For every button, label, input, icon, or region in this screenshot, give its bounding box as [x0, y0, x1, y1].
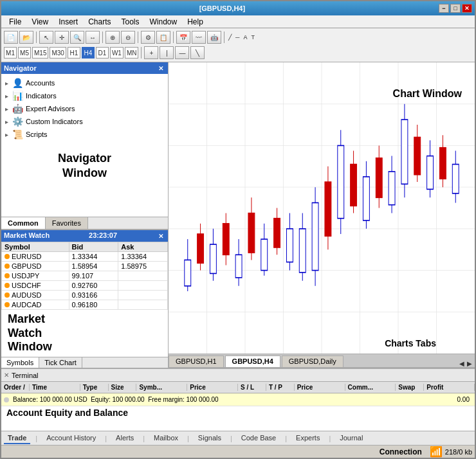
- mw-tab-tick-chart[interactable]: Tick Chart: [39, 357, 82, 368]
- tf-d1[interactable]: D1: [96, 47, 109, 59]
- template-button[interactable]: 📋: [156, 31, 170, 44]
- tf-m30[interactable]: M30: [50, 47, 66, 59]
- term-tab-account-history[interactable]: Account History: [42, 433, 100, 444]
- crosshair-btn[interactable]: +: [144, 46, 158, 59]
- diag-btn[interactable]: ╲: [190, 46, 205, 59]
- menu-tools[interactable]: Tools: [116, 16, 145, 28]
- symbol-usdchf: USDCHF: [12, 282, 41, 289]
- tf-mn[interactable]: MN: [125, 47, 139, 59]
- crosshair-tool[interactable]: ✛: [55, 31, 69, 44]
- ask-usdchf: [118, 281, 168, 291]
- svg-rect-35: [312, 203, 318, 270]
- tab-next-arrow[interactable]: ▶: [466, 360, 473, 367]
- term-tab-signals[interactable]: Signals: [194, 433, 225, 444]
- col-symbol: Symbol: [2, 242, 69, 252]
- mw-row-usdchf[interactable]: USDCHF 0.92760: [2, 281, 168, 291]
- tf-h1[interactable]: H1: [68, 47, 80, 59]
- properties-button[interactable]: ⚙: [141, 31, 155, 44]
- maximize-button[interactable]: □: [450, 4, 461, 13]
- bid-usdjpy: 99.107: [69, 271, 118, 281]
- col-tp: T / P: [266, 384, 295, 391]
- tf-m1[interactable]: M1: [4, 47, 17, 59]
- vline-btn[interactable]: |: [160, 46, 174, 59]
- svg-rect-17: [197, 234, 204, 263]
- mw-row-usdjpy[interactable]: USDJPY 99.107: [2, 271, 168, 281]
- term-tab-alerts[interactable]: Alerts: [112, 433, 138, 444]
- menu-charts[interactable]: Charts: [83, 16, 116, 28]
- scripts-label: Scripts: [26, 130, 48, 138]
- balance-indicator: [4, 397, 9, 402]
- tree-item-scripts[interactable]: ▸ 📜 Scripts: [4, 128, 165, 141]
- expand-scripts-icon: ▸: [5, 131, 8, 138]
- tf-m15[interactable]: M15: [32, 47, 48, 59]
- menu-file[interactable]: File: [4, 16, 26, 28]
- menu-view[interactable]: View: [26, 16, 53, 28]
- menu-window[interactable]: Window: [145, 16, 183, 28]
- new-chart-button[interactable]: 📄: [4, 31, 18, 44]
- mw-row-audusd[interactable]: AUDUSD 0.93166: [2, 291, 168, 300]
- tf-sep: [141, 47, 142, 59]
- tab-prev-arrow[interactable]: ◀: [458, 360, 466, 367]
- market-watch-tabs: Symbols Tick Chart: [1, 357, 168, 368]
- tree-item-indicators[interactable]: ▸ 📊 Indicators: [4, 89, 165, 102]
- mw-row-gbpusd[interactable]: GBPUSD 1.58954 1.58975: [2, 262, 168, 271]
- market-watch-close-button[interactable]: ✕: [156, 231, 165, 240]
- menu-insert[interactable]: Insert: [53, 16, 83, 28]
- zoom-in-button[interactable]: 🔍: [70, 31, 84, 44]
- indicators-button[interactable]: 〰: [192, 31, 206, 44]
- chart-canvas[interactable]: Chart Window: [169, 62, 475, 354]
- balance-row: Balance: 100 000.00 USD Equity: 100 000.…: [1, 393, 475, 406]
- chart-tab-daily[interactable]: GBPUSD,Daily: [282, 356, 343, 367]
- expert-button[interactable]: 🤖: [207, 31, 221, 44]
- expand-custom-icon: ▸: [5, 118, 8, 125]
- open-button[interactable]: 📂: [19, 31, 33, 44]
- mw-row-audcad[interactable]: AUDCAD 0.96180: [2, 300, 168, 310]
- term-tab-trade[interactable]: Trade: [4, 433, 30, 444]
- svg-rect-49: [401, 120, 408, 184]
- minimize-button[interactable]: −: [439, 4, 449, 13]
- zoom-in-btn[interactable]: ⊕: [105, 31, 120, 44]
- period-button[interactable]: 📅: [176, 31, 190, 44]
- toolbar-area: 📄 📂 ↖ ✛ 🔍 ↔ ⊕ ⊖ ⚙ 📋 📅 〰 🤖 ╱ ─ A T M1: [1, 28, 475, 62]
- navigator-close-button[interactable]: ✕: [156, 64, 165, 73]
- label-tool[interactable]: T: [250, 34, 256, 40]
- chart-scroll[interactable]: ↔: [86, 31, 100, 44]
- hline2-btn[interactable]: —: [175, 46, 189, 59]
- hline-tool[interactable]: ─: [234, 34, 241, 40]
- nav-tab-common[interactable]: Common: [1, 217, 46, 229]
- menu-help[interactable]: Help: [182, 16, 208, 28]
- market-watch-table: Symbol Bid Ask EURUSD 1.33344 1.33364: [1, 242, 168, 310]
- chart-tab-h1[interactable]: GBPUSD,H1: [169, 356, 224, 367]
- svg-rect-15: [185, 260, 191, 285]
- text-tool[interactable]: A: [242, 34, 248, 40]
- arrow-tool[interactable]: ↖: [39, 31, 53, 44]
- chart-window-annotation: Chart Window: [393, 88, 462, 100]
- connection-status: Connection 📶 218/0 kb: [380, 446, 472, 458]
- mw-tab-symbols[interactable]: Symbols: [1, 357, 39, 368]
- tf-h4[interactable]: H4: [82, 47, 95, 59]
- term-tab-mailbox[interactable]: Mailbox: [150, 433, 182, 444]
- zoom-out-btn[interactable]: ⊖: [121, 31, 135, 44]
- tree-item-accounts[interactable]: ▸ 👤 Accounts: [4, 76, 165, 89]
- tf-m5[interactable]: M5: [18, 47, 31, 59]
- tf-w1[interactable]: W1: [110, 47, 124, 59]
- navigator-panel: Navigator ✕ ▸ 👤 Accounts ▸ 📊 Indicators: [1, 62, 169, 368]
- chart-tab-arrows: ◀ ▶: [457, 360, 475, 367]
- svg-rect-43: [363, 177, 369, 221]
- chart-tab-h4[interactable]: GBPUSD,H4: [225, 356, 280, 367]
- col-ask: Ask: [118, 242, 168, 252]
- close-button[interactable]: ✕: [462, 4, 472, 13]
- terminal-columns: Order / Time Type Size Symb... Price S /…: [1, 382, 475, 393]
- mw-row-eurusd[interactable]: EURUSD 1.33344 1.33364: [2, 252, 168, 262]
- line-tool[interactable]: ╱: [227, 34, 233, 40]
- term-tab-experts[interactable]: Experts: [292, 433, 324, 444]
- nav-tab-favorites[interactable]: Favorites: [46, 217, 88, 229]
- charts-tabs-annotation: Charts Tabs: [385, 338, 436, 348]
- tree-item-experts[interactable]: ▸ 🤖 Expert Advisors: [4, 102, 165, 115]
- term-tab-journal[interactable]: Journal: [336, 433, 367, 444]
- terminal-close-icon[interactable]: ✕: [4, 372, 9, 379]
- tree-item-custom[interactable]: ▸ ⚙️ Custom Indicators: [4, 115, 165, 128]
- dot-eurusd: [5, 254, 10, 259]
- custom-indicators-icon: ⚙️: [12, 116, 23, 127]
- term-tab-code-base[interactable]: Code Base: [237, 433, 280, 444]
